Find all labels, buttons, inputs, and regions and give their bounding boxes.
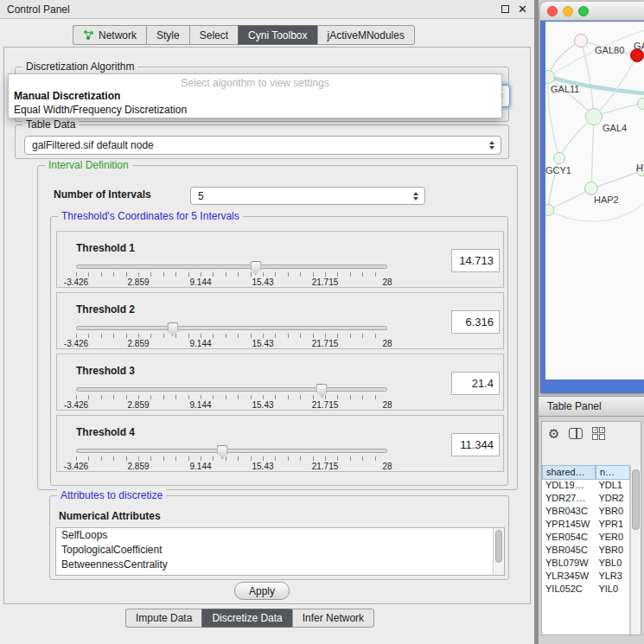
- table-cell[interactable]: YLR345W: [542, 571, 595, 583]
- float-window-icon[interactable]: [501, 5, 509, 13]
- table-row[interactable]: YIL052CYIL0: [542, 583, 629, 596]
- dropdown-header: Select algorithm to view settings: [9, 74, 501, 89]
- network-node[interactable]: [553, 152, 565, 164]
- table-cell[interactable]: YBL0: [595, 558, 629, 571]
- slider-scale-label: 2.859: [127, 462, 149, 471]
- table-scrollbar[interactable]: [630, 465, 641, 634]
- table-cell[interactable]: YER0: [595, 532, 629, 545]
- dropdown-option-manual[interactable]: Manual Discretization: [9, 89, 501, 103]
- right-dock: GAL80GAGAL11GAL4GCY1HAP2H Table Panel ⚙ …: [539, 0, 644, 644]
- slider-scale-label: 9.144: [189, 462, 211, 471]
- threshold-value-field[interactable]: 11.344: [451, 433, 500, 456]
- dropdown-option-equal-width[interactable]: Equal Width/Frequency Discretization: [9, 103, 501, 117]
- minimize-traffic-light[interactable]: [563, 6, 573, 16]
- number-of-intervals-select[interactable]: 5: [190, 187, 425, 205]
- threshold-label: Threshold 1: [76, 242, 135, 254]
- table-cell[interactable]: YDR2: [595, 493, 629, 506]
- table-row[interactable]: YDR27…YDR2: [542, 493, 629, 506]
- threshold-slider[interactable]: -3.4262.8599.14415.4321.71528: [76, 384, 387, 410]
- column-header-name[interactable]: n…: [596, 465, 630, 480]
- network-node[interactable]: [584, 182, 598, 195]
- table-row[interactable]: YDL19…YDL1: [542, 480, 629, 493]
- table-cell[interactable]: YDR27…: [542, 493, 595, 506]
- list-item[interactable]: SelfLoops: [56, 528, 504, 543]
- scrollbar-thumb[interactable]: [632, 469, 640, 530]
- slider-scale-label: 2.859: [127, 400, 149, 410]
- table-cell[interactable]: YBR043C: [542, 506, 595, 519]
- column-header-shared-name[interactable]: shared…: [542, 465, 596, 480]
- table-row[interactable]: YLR345WYLR3: [542, 571, 629, 583]
- list-item[interactable]: BetweennessCentrality: [56, 558, 504, 572]
- table-row[interactable]: YBR043CYBR0: [542, 506, 629, 519]
- attributes-group: Attributes to discretize Numerical Attri…: [49, 495, 509, 580]
- columns-icon[interactable]: [569, 428, 583, 439]
- select-columns-icon[interactable]: ✓ ✓: [592, 427, 605, 440]
- threshold-value-field[interactable]: 14.713: [451, 249, 500, 272]
- scrollbar-thumb[interactable]: [495, 530, 502, 563]
- table-row[interactable]: YER054CYER0: [542, 532, 629, 545]
- slider-scale-label: 28: [382, 277, 392, 287]
- tab-impute-data[interactable]: Impute Data: [125, 609, 201, 628]
- network-node-label: H: [636, 163, 643, 173]
- table-data-select-value: galFiltered.sif default node: [32, 139, 154, 151]
- table-row[interactable]: YBL079WYBL0: [542, 558, 629, 571]
- network-node[interactable]: [585, 108, 603, 125]
- threshold-slider[interactable]: -3.4262.8599.14415.4321.71528: [76, 445, 387, 471]
- table-cell[interactable]: YBR0: [595, 545, 629, 558]
- table-cell[interactable]: YIL052C: [542, 583, 595, 596]
- table-cell[interactable]: YER054C: [542, 532, 595, 545]
- table-cell[interactable]: YBR045C: [542, 545, 595, 558]
- table-cell[interactable]: YBL079W: [542, 558, 595, 571]
- table-row[interactable]: YBR045CYBR0: [542, 545, 629, 558]
- close-icon[interactable]: ✕: [518, 3, 527, 15]
- threshold-slider[interactable]: -3.4262.8599.14415.4321.71528: [76, 322, 387, 348]
- threshold-slider[interactable]: -3.4262.8599.14415.4321.71528: [76, 261, 387, 287]
- tab-label: Network: [99, 29, 137, 41]
- network-node[interactable]: [637, 98, 644, 110]
- threshold-row: Threshold 1 -3.4262.8599.14415.4321.7152…: [56, 231, 504, 288]
- table-data-select[interactable]: galFiltered.sif default node: [24, 136, 501, 155]
- network-window-titlebar: [540, 2, 644, 21]
- checkbox-icon: [592, 434, 598, 440]
- table-cell[interactable]: YDL19…: [542, 480, 595, 493]
- list-scrollbar[interactable]: [493, 528, 504, 575]
- table-cell[interactable]: YDL1: [595, 480, 629, 493]
- table-cell[interactable]: YBR0: [595, 506, 629, 519]
- tab-select[interactable]: Select: [189, 25, 238, 45]
- slider-track[interactable]: [76, 326, 387, 330]
- slider-scale-label: 28: [382, 339, 392, 348]
- apply-button[interactable]: Apply: [234, 582, 290, 600]
- numerical-attributes-heading: Numerical Attributes: [59, 510, 161, 522]
- slider-ticks: [76, 272, 387, 277]
- close-traffic-light[interactable]: [547, 6, 558, 16]
- list-item[interactable]: TopologicalCoefficient: [56, 543, 504, 558]
- table-row[interactable]: YPR145WYPR1: [542, 519, 629, 532]
- tab-style[interactable]: Style: [146, 25, 189, 45]
- slider-track[interactable]: [76, 265, 387, 269]
- number-of-intervals-label: Number of Intervals: [54, 188, 151, 201]
- group-label: Discretization Algorithm: [22, 61, 137, 73]
- network-node-label: GAL80: [595, 45, 624, 55]
- table-cell[interactable]: YPR1: [595, 519, 629, 532]
- network-canvas[interactable]: GAL80GAGAL11GAL4GCY1HAP2H: [545, 22, 644, 379]
- gear-icon[interactable]: ⚙: [548, 427, 559, 440]
- threshold-value-field[interactable]: 6.316: [451, 310, 500, 334]
- network-node[interactable]: [574, 34, 588, 48]
- checkbox-icon: ✓: [599, 427, 605, 433]
- slider-scale-label: -3.426: [64, 400, 88, 410]
- table-cell[interactable]: YPR145W: [542, 519, 595, 532]
- table-cell[interactable]: YLR3: [595, 571, 629, 583]
- threshold-value-field[interactable]: 21.4: [451, 372, 500, 395]
- attributes-list: SelfLoops TopologicalCoefficient Between…: [55, 527, 505, 576]
- tab-discretize-data[interactable]: Discretize Data: [201, 609, 291, 628]
- zoom-traffic-light[interactable]: [578, 6, 589, 16]
- tab-label: jActiveMNodules: [328, 29, 405, 41]
- tab-network[interactable]: Network: [73, 25, 146, 45]
- slider-track[interactable]: [76, 387, 387, 392]
- algorithm-dropdown: Select algorithm to view settings Manual…: [8, 73, 502, 118]
- table-cell[interactable]: YIL0: [595, 583, 629, 596]
- tab-infer-network[interactable]: Infer Network: [292, 609, 374, 628]
- slider-track[interactable]: [76, 449, 387, 453]
- tab-cyni-toolbox[interactable]: Cyni Toolbox: [238, 25, 316, 45]
- tab-jactivemnodules[interactable]: jActiveMNodules: [317, 25, 415, 45]
